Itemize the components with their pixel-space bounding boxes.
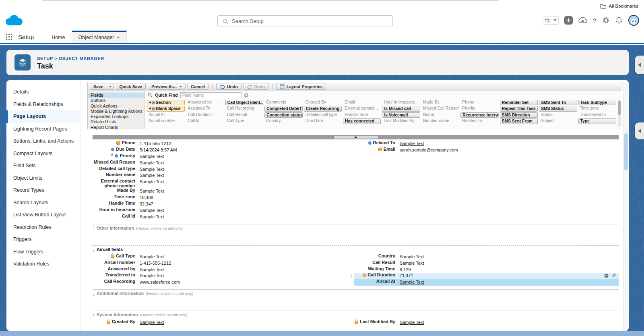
breadcrumb[interactable]: SETUP > OBJECT MANAGER bbox=[37, 56, 104, 61]
remove-field-icon[interactable] bbox=[604, 274, 609, 278]
palette-field[interactable]: Handle Time bbox=[343, 112, 381, 118]
palette-field[interactable]: Repeat This Task bbox=[500, 106, 538, 112]
favorites-control[interactable] bbox=[543, 16, 559, 25]
palette-scrollbar-thumb[interactable] bbox=[618, 101, 621, 115]
field-row[interactable]: Number name Sample Text bbox=[93, 172, 354, 179]
sidebar-item[interactable]: List View Button Layout bbox=[6, 209, 80, 221]
sidebar-item[interactable]: Search Layouts bbox=[6, 197, 80, 209]
trailhead-icon[interactable] bbox=[578, 17, 587, 25]
sidebar-item[interactable]: Object Limits bbox=[6, 172, 80, 185]
app-launcher-icon[interactable] bbox=[6, 33, 12, 40]
sidebar-item[interactable]: Buttons, Links, and Actions bbox=[6, 135, 80, 147]
sidebar-item[interactable]: Lightning Record Pages bbox=[6, 123, 80, 135]
palette-field[interactable]: Detailed call type bbox=[304, 112, 342, 118]
undo-button[interactable]: Undo bbox=[216, 83, 242, 90]
palette-field[interactable]: Related To bbox=[460, 118, 498, 124]
save-dropdown-button[interactable] bbox=[107, 83, 114, 90]
field-row[interactable]: Related To Sample Text bbox=[354, 141, 619, 147]
field-row[interactable]: Hour in timezone Sample Text bbox=[93, 207, 354, 214]
field-row[interactable]: External contact phone number Sample Tex… bbox=[93, 179, 354, 188]
field-row[interactable]: Call Type Sample Text bbox=[93, 254, 354, 260]
field-row[interactable]: Made By Sample Text bbox=[93, 188, 354, 195]
field-row[interactable]: Call Recording www.salesforce.com bbox=[93, 279, 354, 286]
palette-field[interactable]: Subject bbox=[539, 118, 577, 124]
cancel-button[interactable]: Cancel bbox=[188, 83, 208, 90]
palette-field[interactable]: Priority bbox=[460, 106, 498, 112]
user-avatar[interactable] bbox=[628, 15, 639, 26]
palette-field[interactable]: Type bbox=[578, 118, 616, 124]
clear-quick-find-icon[interactable]: × bbox=[244, 93, 248, 97]
palette-field[interactable]: Time zone bbox=[578, 106, 616, 112]
sidebar-item[interactable]: Fields & Relationships bbox=[6, 98, 80, 111]
palette-field[interactable]: Number name bbox=[421, 118, 459, 124]
palette-field[interactable]: Call Id bbox=[186, 118, 224, 124]
sidebar-item[interactable]: Compact Layouts bbox=[6, 147, 80, 160]
editor-scrollbar[interactable] bbox=[623, 82, 628, 331]
save-button[interactable]: Save bbox=[90, 83, 107, 90]
help-icon[interactable]: ? bbox=[593, 17, 597, 24]
search-setup-input[interactable] bbox=[232, 18, 388, 24]
palette-field[interactable]: Section bbox=[147, 100, 185, 106]
palette-field[interactable]: Aircall AI bbox=[147, 112, 185, 118]
palette-field[interactable]: Assigned To bbox=[186, 106, 224, 112]
tab-object-manager[interactable]: Object Manager bbox=[72, 31, 127, 43]
palette-field[interactable]: Email bbox=[343, 100, 381, 106]
palette-field[interactable]: External contact ... bbox=[343, 106, 381, 112]
sidebar-item[interactable]: Field Sets bbox=[6, 160, 80, 172]
field-row[interactable]: Call Duration 71,471 bbox=[354, 273, 619, 279]
field-row[interactable]: Email sarah.sample@company.com bbox=[354, 147, 619, 153]
gear-icon[interactable] bbox=[602, 17, 610, 24]
favorites-dropdown-icon[interactable] bbox=[552, 16, 559, 25]
palette-field[interactable]: Comments bbox=[264, 100, 302, 106]
palette-field[interactable]: SMS Sent To bbox=[539, 100, 577, 106]
palette-field[interactable]: Call Recording bbox=[225, 106, 263, 112]
sidebar-item[interactable]: Triggers bbox=[6, 233, 80, 246]
palette-field[interactable]: Due Date bbox=[304, 118, 342, 124]
field-row[interactable]: Aircall number 1-415-555-1212 bbox=[93, 260, 354, 267]
field-row[interactable]: Waiting Time 8,129 bbox=[354, 267, 619, 273]
palette-field[interactable]: Call Duration bbox=[186, 112, 224, 118]
field-row[interactable]: Call Result Sample Text bbox=[354, 260, 619, 267]
section-other-information[interactable]: Other Information(Header visible on edit… bbox=[93, 224, 619, 231]
bell-icon[interactable] bbox=[615, 17, 623, 24]
global-search[interactable] bbox=[217, 15, 393, 27]
palette-category[interactable]: Fields bbox=[88, 93, 144, 98]
sidebar-item[interactable]: Validation Rules bbox=[6, 258, 80, 270]
field-row[interactable]: Handle Time 92,347 bbox=[93, 201, 354, 207]
sidebar-item[interactable]: Flow Triggers bbox=[6, 246, 80, 258]
palette-field[interactable]: SMS Sent From bbox=[500, 118, 538, 124]
preview-scroll-up-strip[interactable] bbox=[93, 135, 619, 139]
palette-field[interactable]: Last Modified By bbox=[382, 118, 420, 124]
layout-properties-button[interactable]: Layout Properties bbox=[276, 83, 326, 90]
palette-field[interactable]: SMS Status bbox=[539, 106, 577, 112]
collapse-panel-handle-editor[interactable] bbox=[635, 122, 644, 139]
field-properties-wrench-icon[interactable] bbox=[611, 273, 616, 278]
field-row[interactable]: Time zone 18,488 bbox=[93, 195, 354, 201]
palette-field[interactable]: Call Type bbox=[225, 118, 263, 124]
palette-field[interactable]: Phone bbox=[460, 100, 498, 106]
palette-field[interactable]: Made By bbox=[421, 100, 459, 106]
palette-field[interactable]: Create Recurring ... bbox=[304, 106, 342, 112]
palette-field[interactable]: Has connected bbox=[343, 118, 381, 124]
add-icon[interactable]: + bbox=[564, 16, 573, 25]
field-row[interactable]: Aircall AI Sample Text bbox=[354, 279, 619, 286]
redo-button[interactable]: Redo bbox=[244, 83, 268, 90]
section-system-information[interactable]: System Information(Header visible on edi… bbox=[93, 311, 619, 318]
quick-find-input[interactable] bbox=[180, 92, 242, 98]
palette-field[interactable]: Task Subtype bbox=[578, 100, 616, 106]
section-aircall-fields[interactable]: Aircall fields bbox=[93, 245, 619, 253]
palette-field[interactable]: Aircall number bbox=[147, 118, 185, 124]
palette-field[interactable]: Country bbox=[264, 118, 302, 124]
palette-category[interactable]: Mobile & Lightning Actions bbox=[88, 109, 144, 114]
palette-field[interactable]: Is Voicemail bbox=[382, 112, 420, 118]
palette-field[interactable]: Recurrence Interval bbox=[460, 112, 498, 118]
field-row[interactable]: Last Modified By Sample Text bbox=[354, 319, 619, 326]
editor-scrollbar-thumb[interactable] bbox=[624, 133, 628, 170]
palette-scrollbar[interactable] bbox=[618, 100, 621, 127]
palette-field[interactable]: Blank Space bbox=[147, 106, 185, 112]
section-additional-information[interactable]: Additional Information(Header visible on… bbox=[93, 289, 619, 297]
sidebar-item[interactable]: Page Layouts bbox=[6, 110, 80, 123]
palette-category[interactable]: Expanded Lookups bbox=[88, 114, 144, 119]
sidebar-item[interactable]: Details bbox=[6, 86, 80, 98]
field-row[interactable]: Call Id Sample Text bbox=[93, 214, 354, 220]
